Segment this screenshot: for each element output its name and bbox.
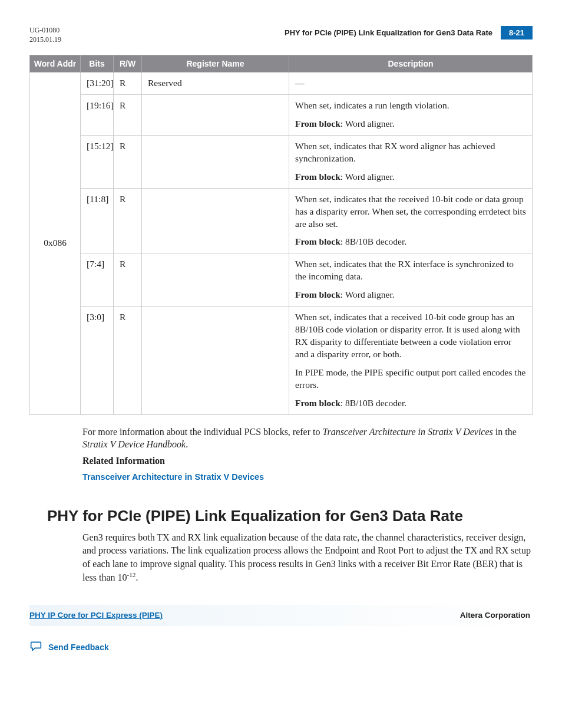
- doc-date: 2015.01.19: [29, 35, 61, 45]
- page-footer: PHY IP Core for PCI Express (PIPE) Alter…: [29, 605, 533, 626]
- fromblock-value: : Word aligner.: [340, 118, 395, 129]
- para-superscript: -12: [127, 571, 136, 578]
- cell-rw: R: [114, 95, 142, 136]
- cell-rw: R: [114, 73, 142, 95]
- cell-bits: [19:16]: [81, 95, 114, 136]
- cell-name: [142, 135, 289, 188]
- after-table-block: For more information about the individua…: [82, 426, 533, 483]
- fromblock-value: : 8B/10B decoder.: [340, 398, 406, 408]
- cell-rw: R: [114, 253, 142, 307]
- cell-name: [142, 188, 289, 253]
- related-info-link[interactable]: Transceiver Architecture in Stratix V De…: [82, 472, 264, 482]
- table-row: [3:0] R When set, indicates that a recei…: [30, 307, 533, 414]
- header-right: PHY for PCIe (PIPE) Link Equalization fo…: [285, 26, 533, 39]
- page-header: UG-01080 2015.01.19 PHY for PCIe (PIPE) …: [29, 26, 533, 44]
- fromblock-value: : 8B/10B decoder.: [340, 236, 406, 246]
- th-word-addr: Word Addr: [30, 55, 81, 73]
- desc-text: When set, indicates a run length violati…: [295, 100, 526, 112]
- cell-bits: [31:20]: [81, 73, 114, 95]
- send-feedback-link[interactable]: Send Feedback: [48, 643, 109, 652]
- footer-left-link[interactable]: PHY IP Core for PCI Express (PIPE): [29, 611, 163, 620]
- desc-text: —: [295, 78, 305, 88]
- feedback-row: Send Feedback: [29, 640, 533, 654]
- cell-name: [142, 307, 289, 414]
- cell-bits: [3:0]: [81, 307, 114, 414]
- cell-desc: When set, indicates that the received 10…: [289, 188, 533, 253]
- para-text: .: [186, 439, 188, 449]
- more-info-para: For more information about the individua…: [82, 426, 533, 451]
- cell-rw: R: [114, 135, 142, 188]
- table-row: [15:12] R When set, indicates that RX wo…: [30, 135, 533, 188]
- desc-text: When set, indicates that a received 10-b…: [295, 311, 526, 361]
- doc-id: UG-01080: [29, 26, 61, 35]
- cell-desc: When set, indicates that RX word aligner…: [289, 135, 533, 188]
- table-row: [11:8] R When set, indicates that the re…: [30, 188, 533, 253]
- fromblock-label: From block: [295, 172, 340, 182]
- page-number-chip: 8-21: [501, 26, 533, 39]
- cell-bits: [7:4]: [81, 253, 114, 307]
- header-left: UG-01080 2015.01.19: [29, 26, 61, 44]
- cell-name: [142, 95, 289, 136]
- fromblock-label: From block: [295, 236, 340, 246]
- fromblock-label: From block: [295, 289, 340, 299]
- related-info-label: Related Information: [82, 454, 533, 467]
- table-row: [19:16] R When set, indicates a run leng…: [30, 95, 533, 136]
- desc-text: In PIPE mode, the PIPE specific output p…: [295, 367, 526, 391]
- desc-fromblock: From block: 8B/10B decoder.: [295, 397, 526, 410]
- table-row: [7:4] R When set, indicates that the RX …: [30, 253, 533, 307]
- section-heading: PHY for PCIe (PIPE) Link Equalization fo…: [47, 507, 533, 525]
- para-text: For more information about the individua…: [82, 427, 323, 437]
- fromblock-value: : Word aligner.: [340, 172, 395, 182]
- cell-desc: When set, indicates that a received 10-b…: [289, 307, 533, 414]
- fromblock-label: From block: [295, 118, 340, 129]
- table-row: 0x086 [31:20] R Reserved —: [30, 73, 533, 95]
- cell-bits: [11:8]: [81, 188, 114, 253]
- speech-bubble-icon: [29, 640, 42, 654]
- cell-bits: [15:12]: [81, 135, 114, 188]
- desc-text: When set, indicates that the received 10…: [295, 193, 526, 230]
- table-header-row: Word Addr Bits R/W Register Name Descrip…: [30, 55, 533, 73]
- desc-text: When set, indicates that the RX interfac…: [295, 258, 526, 283]
- desc-text-a: In PIPE mode, the PIPE specific output p…: [295, 367, 483, 377]
- para-italic: Transceiver Architecture in Stratix V De…: [323, 427, 493, 437]
- cell-rw: R: [114, 188, 142, 253]
- footer-right: Altera Corporation: [460, 611, 530, 620]
- cell-desc: When set, indicates that the RX interfac…: [289, 253, 533, 307]
- th-register-name: Register Name: [142, 55, 289, 73]
- para-text: .: [135, 573, 138, 583]
- para-text: in the: [493, 427, 517, 437]
- fromblock-value: : Word aligner.: [340, 289, 395, 299]
- th-rw: R/W: [114, 55, 142, 73]
- desc-text: When set, indicates that RX word aligner…: [295, 140, 526, 165]
- desc-fromblock: From block: Word aligner.: [295, 118, 526, 130]
- cell-name: [142, 253, 289, 307]
- para-italic: Stratix V Device Handbook: [82, 439, 186, 449]
- cell-rw: R: [114, 307, 142, 414]
- register-table: Word Addr Bits R/W Register Name Descrip…: [29, 55, 533, 414]
- header-title: PHY for PCIe (PIPE) Link Equalization fo…: [285, 28, 492, 37]
- th-bits: Bits: [81, 55, 114, 73]
- cell-desc: —: [289, 73, 533, 95]
- cell-word-addr: 0x086: [30, 73, 81, 414]
- para-text: Gen3 requires both TX and RX link equali…: [82, 532, 531, 583]
- desc-fromblock: From block: 8B/10B decoder.: [295, 236, 526, 248]
- section-para: Gen3 requires both TX and RX link equali…: [82, 531, 533, 585]
- desc-fromblock: From block: Word aligner.: [295, 289, 526, 301]
- desc-fromblock: From block: Word aligner.: [295, 171, 526, 183]
- th-description: Description: [289, 55, 533, 73]
- fromblock-label: From block: [295, 398, 340, 408]
- cell-name: Reserved: [142, 73, 289, 95]
- cell-desc: When set, indicates a run length violati…: [289, 95, 533, 136]
